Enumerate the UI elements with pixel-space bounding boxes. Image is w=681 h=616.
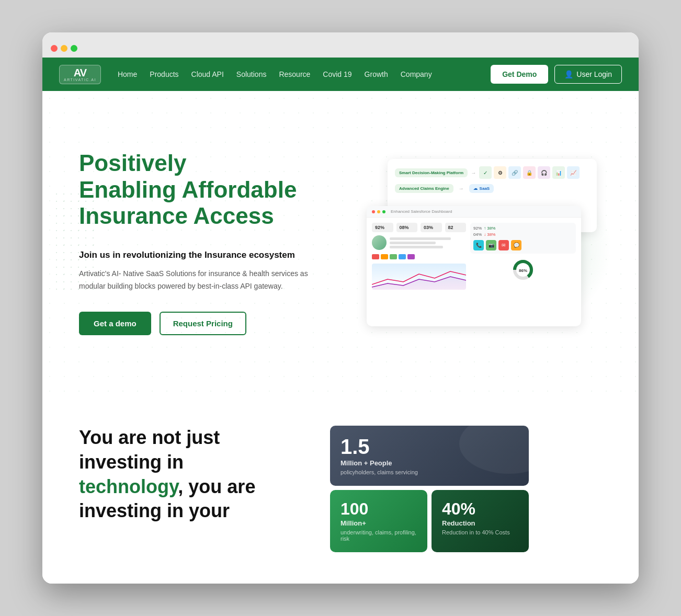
browser-chrome [42, 32, 639, 58]
nav-link-covid[interactable]: Covid 19 [323, 70, 351, 78]
flow-node-saas: ☁ SaaS [469, 184, 494, 193]
stat-chip-92: 92% [372, 223, 393, 232]
message-icon: 💬 [511, 240, 521, 250]
user-login-button[interactable]: 👤 User Login [554, 65, 622, 84]
stat-label-reduction: Reduction [442, 519, 518, 527]
dashboard-panel: Enhanced Salesforce Dashboard 92% 08% 03… [367, 206, 581, 326]
hero-description: Artivatic's AI- Native SaaS Solutions fo… [79, 268, 309, 293]
hero-pricing-button[interactable]: Request Pricing [160, 312, 246, 335]
svg-text:86%: 86% [519, 268, 527, 273]
hero-demo-button[interactable]: Get a demo [79, 312, 151, 335]
hero-image: Smart Decision-Making Platform → ✓ ⚙ 🔗 🔒… [361, 159, 602, 326]
dash-stats-row1: 92% 08% 03% 82 [372, 223, 466, 232]
dash-right-top: 92% ↑ 38% 04% ↓ 38% 📞 📷 [470, 223, 576, 254]
get-demo-button[interactable]: Get Demo [491, 65, 548, 84]
dash-table-mini [390, 237, 466, 248]
hero-title-line3: Insurance Access [79, 203, 340, 230]
stat-desc-reduction: Reduction in to 40% Costs [442, 529, 518, 535]
traffic-light-red[interactable] [51, 45, 58, 52]
nav-link-company[interactable]: Company [401, 70, 432, 78]
stat-number-reduction: 40% [442, 500, 518, 517]
traffic-light-yellow[interactable] [61, 45, 67, 52]
traffic-light-green[interactable] [71, 45, 77, 52]
dashboard-mockup: Smart Decision-Making Platform → ✓ ⚙ 🔗 🔒… [367, 159, 597, 326]
stats-section: You are not just investing in technology… [42, 394, 639, 584]
stat-chip-03: 03% [421, 223, 442, 232]
logo-av: AV [74, 67, 86, 78]
donut-area: 86% [470, 257, 576, 283]
stats-grid: 1.5 Million + People policyholders, clai… [330, 426, 529, 552]
stats-right: 1.5 Million + People policyholders, clai… [330, 426, 602, 552]
dash-right: 92% ↑ 38% 04% ↓ 38% 📞 📷 [470, 223, 576, 290]
email-icon: ✉ [498, 240, 509, 250]
nav-link-resource[interactable]: Resource [279, 70, 310, 78]
hero-subtitle: Join us in revolutionizing the Insurance… [79, 248, 340, 262]
stats-left: You are not just investing in technology… [79, 426, 299, 523]
color-chips [372, 254, 466, 259]
navbar: AV ARTIVATIC.AI Home Products Cloud API … [42, 58, 639, 91]
nav-link-products[interactable]: Products [150, 70, 178, 78]
logo-area: AV ARTIVATIC.AI [59, 65, 101, 84]
nav-buttons: Get Demo 👤 User Login [491, 65, 622, 84]
stat-card-reduction: 40% Reduction Reduction in to 40% Costs [432, 490, 529, 552]
flow-node-claims: Advanced Claims Engine [395, 184, 453, 193]
avatar [372, 235, 387, 250]
stat-label-million: Million+ [340, 519, 417, 527]
stats-heading: You are not just investing in technology… [79, 426, 299, 523]
phone-icon: 📞 [473, 240, 484, 250]
user-icon: 👤 [564, 70, 573, 78]
stat-desc-million: underwriting, claims, profiling, risk [340, 529, 417, 542]
stat-card-million: 100 Million+ underwriting, claims, profi… [330, 490, 427, 552]
dash-left: 92% 08% 03% 82 [372, 223, 466, 290]
nav-link-solutions[interactable]: Solutions [236, 70, 267, 78]
hero-buttons: Get a demo Request Pricing [79, 312, 340, 335]
stat-card-people: 1.5 Million + People policyholders, clai… [330, 426, 529, 486]
hero-title-line2: Enabling Affordable [79, 177, 340, 203]
action-icons: 📞 📷 ✉ 💬 [473, 240, 573, 250]
nav-links: Home Products Cloud API Solutions Resour… [118, 70, 491, 78]
logo-box[interactable]: AV ARTIVATIC.AI [59, 65, 101, 84]
flow-icons-top: ✓ ⚙ 🔗 🔒 🎧 📊 📈 [479, 166, 580, 179]
browser-window: AV ARTIVATIC.AI Home Products Cloud API … [42, 32, 639, 584]
hero-content: Positively Enabling Affordable Insurance… [79, 150, 340, 335]
traffic-lights [51, 45, 77, 52]
dash-mini-chart [372, 264, 466, 290]
dash-header-label: Enhanced Salesforce Dashboard [391, 209, 452, 214]
nav-link-growth[interactable]: Growth [365, 70, 388, 78]
svg-marker-0 [372, 277, 466, 290]
dash-header: Enhanced Salesforce Dashboard [367, 206, 581, 218]
nav-link-home[interactable]: Home [118, 70, 137, 78]
flow-node-smart: Smart Decision-Making Platform [395, 168, 468, 177]
dash-user-row [372, 235, 466, 250]
hero-section: Positively Enabling Affordable Insurance… [42, 91, 639, 394]
video-icon: 📷 [486, 240, 496, 250]
stat-number-million: 100 [340, 500, 417, 517]
stat-label-people: Million + People [340, 459, 518, 467]
dash-body: 92% 08% 03% 82 [367, 218, 581, 295]
stat-desc-people: policyholders, claims servicing [340, 469, 518, 475]
hero-title-line1: Positively [79, 150, 340, 177]
stat-chip-08: 08% [396, 223, 418, 232]
stat-chip-82: 82 [445, 223, 467, 232]
nav-link-cloud-api[interactable]: Cloud API [191, 70, 224, 78]
logo-sub: ARTIVATIC.AI [64, 78, 96, 82]
